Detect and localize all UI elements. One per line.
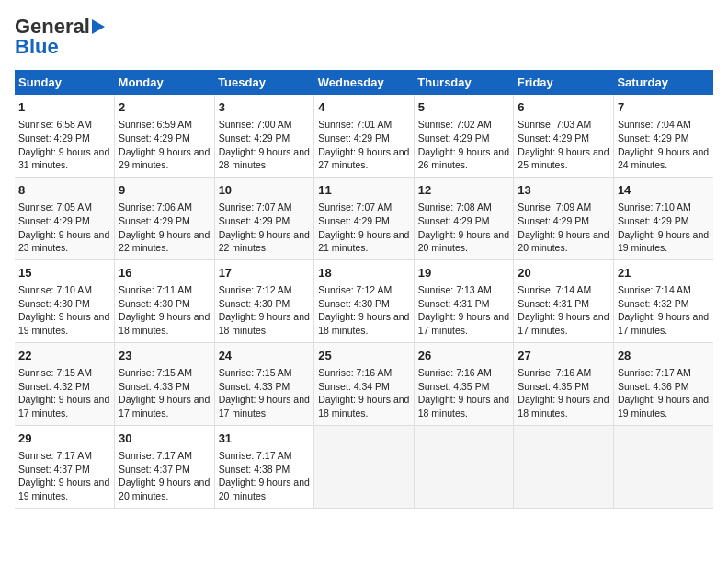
logo: General Blue — [15, 15, 105, 59]
daylight-text: Daylight: 9 hours and 17 minutes. — [518, 311, 609, 336]
calendar-cell: 28Sunrise: 7:17 AMSunset: 4:36 PMDayligh… — [613, 342, 713, 425]
sunset-text: Sunset: 4:29 PM — [318, 132, 390, 144]
sunset-text: Sunset: 4:38 PM — [219, 464, 290, 475]
calendar-cell: 24Sunrise: 7:15 AMSunset: 4:33 PMDayligh… — [214, 342, 314, 425]
sunset-text: Sunset: 4:29 PM — [318, 215, 390, 226]
daylight-text: Daylight: 9 hours and 17 minutes. — [618, 311, 709, 336]
calendar-cell: 12Sunrise: 7:08 AMSunset: 4:29 PMDayligh… — [414, 177, 514, 259]
weekday-header-wednesday: Wednesday — [314, 70, 415, 95]
day-number: 7 — [618, 99, 710, 116]
calendar-cell: 29Sunrise: 7:17 AMSunset: 4:37 PMDayligh… — [15, 425, 115, 508]
sunrise-text: Sunrise: 7:14 AM — [618, 284, 691, 295]
calendar-cell: 31Sunrise: 7:17 AMSunset: 4:38 PMDayligh… — [214, 425, 314, 508]
daylight-text: Daylight: 9 hours and 27 minutes. — [318, 146, 409, 171]
calendar-cell: 15Sunrise: 7:10 AMSunset: 4:30 PMDayligh… — [15, 259, 115, 342]
day-number: 6 — [518, 99, 609, 116]
sunset-text: Sunset: 4:30 PM — [318, 298, 390, 309]
sunset-text: Sunset: 4:31 PM — [418, 298, 490, 309]
sunrise-text: Sunrise: 7:17 AM — [618, 367, 691, 378]
sunrise-text: Sunrise: 7:08 AM — [418, 201, 492, 213]
sunrise-text: Sunrise: 7:13 AM — [418, 284, 492, 295]
day-number: 28 — [618, 348, 710, 364]
week-row-1: 1Sunrise: 6:58 AMSunset: 4:29 PMDaylight… — [15, 95, 713, 177]
weekday-header-sunday: Sunday — [15, 70, 115, 95]
sunset-text: Sunset: 4:29 PM — [219, 215, 290, 226]
sunset-text: Sunset: 4:29 PM — [219, 132, 290, 144]
sunrise-text: Sunrise: 7:12 AM — [219, 284, 292, 295]
day-number: 11 — [318, 182, 410, 199]
sunrise-text: Sunrise: 7:10 AM — [18, 284, 92, 295]
day-number: 1 — [18, 99, 110, 116]
sunrise-text: Sunrise: 7:02 AM — [418, 119, 492, 130]
calendar-cell: 3Sunrise: 7:00 AMSunset: 4:29 PMDaylight… — [214, 95, 314, 177]
sunset-text: Sunset: 4:29 PM — [119, 132, 190, 144]
sunrise-text: Sunrise: 6:59 AM — [119, 119, 192, 130]
calendar-cell: 27Sunrise: 7:16 AMSunset: 4:35 PMDayligh… — [514, 342, 614, 425]
daylight-text: Daylight: 9 hours and 21 minutes. — [318, 229, 409, 254]
sunrise-text: Sunrise: 7:12 AM — [318, 284, 392, 295]
sunset-text: Sunset: 4:33 PM — [119, 381, 190, 392]
sunrise-text: Sunrise: 7:15 AM — [18, 367, 92, 378]
sunset-text: Sunset: 4:34 PM — [318, 381, 390, 392]
sunset-text: Sunset: 4:29 PM — [618, 215, 689, 226]
calendar-cell: 30Sunrise: 7:17 AMSunset: 4:37 PMDayligh… — [115, 425, 215, 508]
daylight-text: Daylight: 9 hours and 17 minutes. — [219, 394, 310, 419]
daylight-text: Daylight: 9 hours and 18 minutes. — [318, 311, 409, 336]
calendar-cell: 23Sunrise: 7:15 AMSunset: 4:33 PMDayligh… — [115, 342, 215, 425]
calendar-cell: 17Sunrise: 7:12 AMSunset: 4:30 PMDayligh… — [214, 259, 314, 342]
daylight-text: Daylight: 9 hours and 17 minutes. — [418, 311, 509, 336]
sunrise-text: Sunrise: 7:15 AM — [219, 367, 292, 378]
sunset-text: Sunset: 4:35 PM — [518, 381, 589, 392]
day-number: 17 — [219, 265, 311, 282]
calendar-cell: 10Sunrise: 7:07 AMSunset: 4:29 PMDayligh… — [214, 177, 314, 259]
calendar-cell: 26Sunrise: 7:16 AMSunset: 4:35 PMDayligh… — [414, 342, 514, 425]
day-number: 18 — [318, 265, 410, 282]
sunset-text: Sunset: 4:29 PM — [518, 132, 589, 144]
day-number: 21 — [618, 265, 710, 282]
calendar-cell: 22Sunrise: 7:15 AMSunset: 4:32 PMDayligh… — [15, 342, 115, 425]
day-number: 9 — [119, 182, 210, 199]
weekday-header-friday: Friday — [514, 70, 614, 95]
sunset-text: Sunset: 4:35 PM — [418, 381, 490, 392]
day-number: 5 — [418, 99, 510, 116]
calendar-cell — [613, 425, 713, 508]
sunset-text: Sunset: 4:32 PM — [618, 298, 689, 309]
daylight-text: Daylight: 9 hours and 31 minutes. — [18, 146, 109, 171]
sunset-text: Sunset: 4:29 PM — [518, 215, 589, 226]
daylight-text: Daylight: 9 hours and 23 minutes. — [18, 229, 109, 254]
day-number: 30 — [119, 431, 210, 447]
day-number: 3 — [219, 99, 311, 116]
sunset-text: Sunset: 4:30 PM — [119, 298, 190, 309]
daylight-text: Daylight: 9 hours and 25 minutes. — [518, 146, 609, 171]
sunrise-text: Sunrise: 7:05 AM — [18, 201, 92, 213]
calendar-cell: 1Sunrise: 6:58 AMSunset: 4:29 PMDaylight… — [15, 95, 115, 177]
daylight-text: Daylight: 9 hours and 22 minutes. — [219, 229, 310, 254]
weekday-header-tuesday: Tuesday — [214, 70, 314, 95]
calendar-cell: 13Sunrise: 7:09 AMSunset: 4:29 PMDayligh… — [514, 177, 614, 259]
day-number: 31 — [219, 431, 311, 447]
calendar-cell: 9Sunrise: 7:06 AMSunset: 4:29 PMDaylight… — [115, 177, 215, 259]
daylight-text: Daylight: 9 hours and 19 minutes. — [18, 477, 109, 501]
sunrise-text: Sunrise: 7:01 AM — [318, 119, 392, 130]
sunrise-text: Sunrise: 7:07 AM — [219, 201, 292, 213]
daylight-text: Daylight: 9 hours and 20 minutes. — [119, 477, 210, 501]
day-number: 23 — [119, 348, 210, 364]
calendar-cell: 14Sunrise: 7:10 AMSunset: 4:29 PMDayligh… — [613, 177, 713, 259]
day-number: 27 — [518, 348, 609, 364]
week-row-2: 8Sunrise: 7:05 AMSunset: 4:29 PMDaylight… — [15, 177, 713, 259]
day-number: 10 — [219, 182, 311, 199]
sunrise-text: Sunrise: 7:17 AM — [119, 450, 192, 461]
day-number: 12 — [418, 182, 510, 199]
daylight-text: Daylight: 9 hours and 24 minutes. — [618, 146, 709, 171]
week-row-4: 22Sunrise: 7:15 AMSunset: 4:32 PMDayligh… — [15, 342, 713, 425]
calendar-cell — [414, 425, 514, 508]
sunrise-text: Sunrise: 6:58 AM — [18, 119, 92, 130]
sunset-text: Sunset: 4:29 PM — [618, 132, 689, 144]
weekday-header-thursday: Thursday — [414, 70, 514, 95]
day-number: 22 — [18, 348, 110, 364]
calendar-cell: 19Sunrise: 7:13 AMSunset: 4:31 PMDayligh… — [414, 259, 514, 342]
calendar-cell: 18Sunrise: 7:12 AMSunset: 4:30 PMDayligh… — [314, 259, 415, 342]
sunrise-text: Sunrise: 7:10 AM — [618, 201, 691, 213]
daylight-text: Daylight: 9 hours and 29 minutes. — [119, 146, 210, 171]
calendar-cell — [314, 425, 415, 508]
